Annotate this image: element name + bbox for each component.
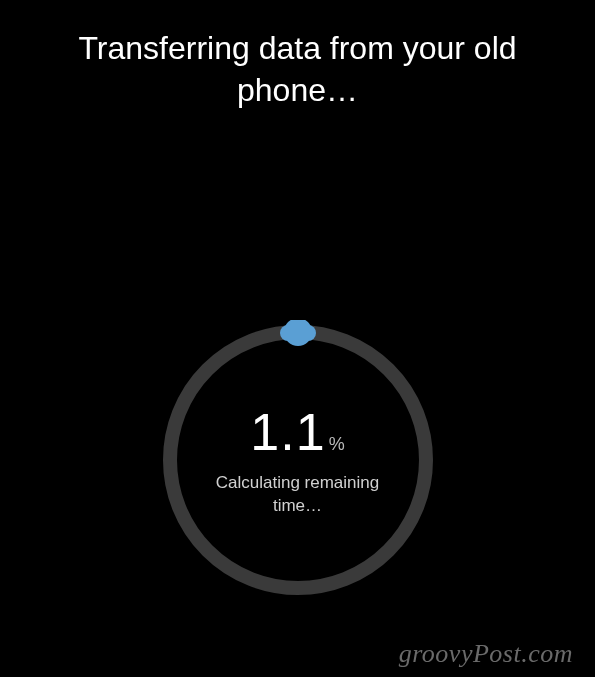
progress-value-wrapper: 1.1 % bbox=[250, 402, 344, 462]
progress-content: 1.1 % Calculating remaining time… bbox=[158, 320, 438, 600]
progress-status-text: Calculating remaining time… bbox=[158, 472, 438, 518]
progress-percentage: 1.1 bbox=[250, 402, 325, 462]
page-title: Transferring data from your old phone… bbox=[0, 0, 595, 111]
watermark-text: groovyPost.com bbox=[399, 639, 573, 669]
progress-unit: % bbox=[329, 434, 345, 455]
progress-ring-container: 1.1 % Calculating remaining time… bbox=[158, 320, 438, 600]
